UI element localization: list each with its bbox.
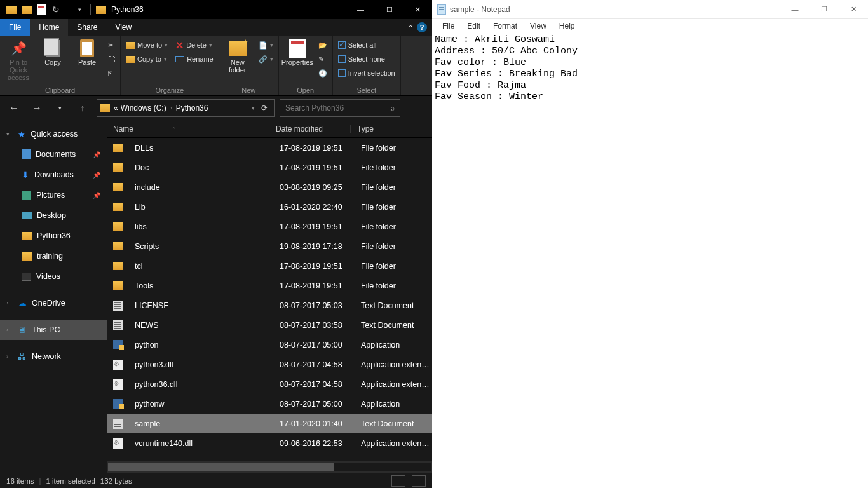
file-row[interactable]: DLLs17-08-2019 19:51File folder — [107, 138, 432, 158]
up-button[interactable]: ↑ — [74, 103, 92, 113]
file-row[interactable]: NEWS08-07-2017 03:58Text Document — [107, 315, 432, 335]
qat-folder-icon-2[interactable] — [22, 6, 32, 14]
file-list[interactable]: DLLs17-08-2019 19:51File folderDoc17-08-… — [107, 138, 432, 461]
close-button[interactable]: ✕ — [403, 0, 432, 19]
cut-button[interactable]: ✂ — [105, 38, 118, 52]
collapse-ribbon-icon[interactable]: ⌃ — [408, 24, 413, 31]
file-row[interactable]: sample17-01-2020 01:40Text Document — [107, 414, 432, 433]
qat-folder-icon[interactable] — [6, 6, 17, 14]
file-row[interactable]: python3.dll08-07-2017 04:58Application e… — [107, 355, 432, 374]
search-box[interactable]: ⌕ — [280, 99, 400, 117]
notepad-text-area[interactable]: Name : Akriti Goswami Address : 50/C Abc… — [432, 33, 868, 488]
notepad-titlebar[interactable]: sample - Notepad — ☐ ✕ — [432, 0, 868, 19]
nav-this-pc[interactable]: ›🖥This PC — [0, 320, 107, 340]
file-row[interactable]: vcruntime140.dll09-06-2016 22:53Applicat… — [107, 433, 432, 453]
file-row[interactable]: Lib16-01-2020 22:40File folder — [107, 197, 432, 217]
minimize-button[interactable]: — — [780, 0, 810, 19]
breadcrumb-prefix[interactable]: « — [112, 104, 119, 112]
nav-downloads[interactable]: ⬇Downloads📌 — [0, 165, 107, 185]
chevron-down-icon[interactable]: ▾ — [6, 131, 13, 137]
edit-button[interactable]: ✎ — [316, 52, 330, 66]
delete-button[interactable]: ✕Delete ▾ — [173, 38, 216, 52]
file-row[interactable]: pythonw08-07-2017 05:00Application — [107, 394, 432, 414]
tab-view[interactable]: View — [106, 19, 140, 36]
select-none-button[interactable]: Select none — [336, 52, 398, 66]
close-button[interactable]: ✕ — [839, 0, 868, 19]
select-all-button[interactable]: Select all — [336, 38, 398, 52]
menu-edit[interactable]: Edit — [461, 20, 487, 32]
tab-home[interactable]: Home — [30, 19, 68, 36]
nav-network[interactable]: ›🖧Network — [0, 346, 107, 367]
search-icon[interactable]: ⌕ — [390, 104, 395, 112]
copy-button[interactable]: Copy — [37, 37, 69, 66]
address-bar[interactable]: « Windows (C:) › Python36 ▾ ⟳ — [97, 99, 275, 117]
refresh-button[interactable]: ⟳ — [257, 104, 271, 112]
maximize-button[interactable]: ☐ — [810, 0, 839, 19]
file-type: Text Document — [355, 301, 432, 310]
nav-videos[interactable]: Videos — [0, 266, 107, 287]
pin-quick-access-button[interactable]: 📌Pin to Quick access — [3, 37, 34, 81]
nav-pictures[interactable]: Pictures📌 — [0, 185, 107, 205]
file-row[interactable]: libs17-08-2019 19:51File folder — [107, 217, 432, 236]
address-dropdown-icon[interactable]: ▾ — [249, 105, 257, 111]
separator — [90, 4, 91, 15]
properties-button[interactable]: Properties — [281, 37, 313, 66]
file-row[interactable]: LICENSE08-07-2017 05:03Text Document — [107, 295, 432, 315]
rename-button[interactable]: Rename — [173, 52, 216, 66]
new-folder-button[interactable]: New folder — [222, 37, 254, 74]
minimize-button[interactable]: — — [346, 0, 375, 19]
nav-documents[interactable]: Documents📌 — [0, 144, 107, 165]
file-row[interactable]: include03-08-2019 09:25File folder — [107, 177, 432, 197]
recent-dropdown[interactable]: ▾ — [51, 105, 69, 111]
menu-file[interactable]: File — [436, 20, 461, 32]
navigation-pane[interactable]: ▾★Quick access Documents📌 ⬇Downloads📌 Pi… — [0, 120, 107, 473]
tab-share[interactable]: Share — [68, 19, 106, 36]
file-row[interactable]: Tools17-08-2019 19:51File folder — [107, 276, 432, 295]
search-input[interactable] — [285, 104, 390, 112]
file-row[interactable]: Doc17-08-2019 19:51File folder — [107, 158, 432, 177]
col-type[interactable]: Type — [351, 125, 423, 133]
move-to-button[interactable]: Move to ▾ — [123, 38, 170, 52]
new-item-button[interactable]: 📄▾ — [256, 38, 276, 52]
nav-desktop[interactable]: Desktop — [0, 205, 107, 226]
copy-path-button[interactable]: ⛶ — [105, 52, 118, 66]
copy-to-button[interactable]: Copy to ▾ — [123, 52, 170, 66]
file-row[interactable]: Scripts19-08-2019 17:18File folder — [107, 236, 432, 256]
horizontal-scrollbar[interactable] — [107, 461, 432, 473]
nav-onedrive[interactable]: ›☁OneDrive — [0, 293, 107, 313]
file-row[interactable]: python08-07-2017 05:00Application — [107, 335, 432, 355]
breadcrumb-root[interactable]: Windows (C:) — [119, 104, 168, 112]
file-row[interactable]: tcl17-08-2019 19:51File folder — [107, 256, 432, 276]
nav-training[interactable]: training — [0, 246, 107, 266]
paste-shortcut-button[interactable]: ⎘ — [105, 66, 118, 80]
qat-dropdown-icon[interactable]: ▾ — [78, 6, 81, 13]
qat-undo-icon[interactable]: ↻ — [52, 4, 60, 15]
icons-view-button[interactable] — [412, 475, 426, 487]
col-name[interactable]: Name⌃ — [107, 125, 269, 133]
maximize-button[interactable]: ☐ — [375, 0, 403, 19]
invert-selection-button[interactable]: Invert selection — [336, 66, 398, 80]
easy-access-button[interactable]: 🔗▾ — [256, 52, 276, 66]
menu-help[interactable]: Help — [553, 20, 581, 32]
nav-python36[interactable]: Python36 — [0, 226, 107, 246]
file-row[interactable]: python36.dll08-07-2017 04:58Application … — [107, 374, 432, 394]
qat-properties-icon[interactable] — [37, 4, 46, 15]
forward-button[interactable]: → — [28, 102, 46, 114]
paste-button[interactable]: Paste — [71, 37, 103, 66]
col-date-modified[interactable]: Date modified — [269, 125, 351, 133]
back-button[interactable]: ← — [5, 102, 23, 114]
nav-quick-access[interactable]: ▾★Quick access — [0, 124, 107, 144]
chevron-right-icon[interactable]: › — [6, 300, 13, 306]
tab-file[interactable]: File — [0, 19, 30, 36]
menu-view[interactable]: View — [524, 20, 553, 32]
chevron-right-icon[interactable]: › — [6, 327, 13, 333]
breadcrumb-folder[interactable]: Python36 — [175, 104, 210, 112]
details-view-button[interactable] — [391, 475, 405, 487]
menu-format[interactable]: Format — [487, 20, 524, 32]
chevron-right-icon[interactable]: › — [168, 105, 175, 111]
chevron-right-icon[interactable]: › — [6, 353, 13, 360]
titlebar[interactable]: ↻ ▾ Python36 — ☐ ✕ — [0, 0, 432, 19]
help-icon[interactable]: ? — [417, 22, 427, 32]
open-button[interactable]: 📂 — [316, 38, 330, 52]
history-button[interactable]: 🕘 — [316, 66, 330, 80]
